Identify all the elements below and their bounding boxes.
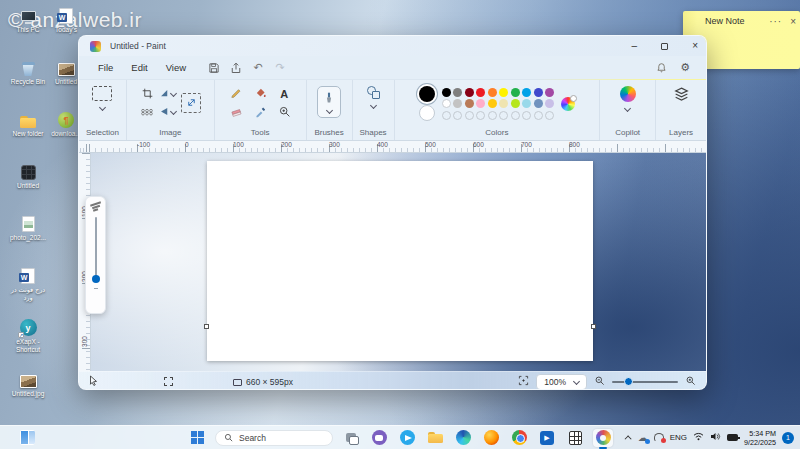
- start-button[interactable]: [187, 429, 207, 447]
- clock[interactable]: 5:34 PM 9/22/2025: [744, 429, 776, 447]
- chrome-browser-icon[interactable]: [509, 429, 529, 447]
- empty-color-swatch[interactable]: [534, 111, 543, 120]
- empty-color-swatch[interactable]: [442, 111, 451, 120]
- notification-badge[interactable]: 1: [782, 432, 794, 444]
- color2-swatch[interactable]: [419, 105, 435, 121]
- color-swatch[interactable]: [442, 99, 451, 108]
- selection-dropdown-icon[interactable]: [99, 104, 106, 111]
- desktop-icon[interactable]: Untitled: [6, 160, 50, 190]
- brushes-dropdown-icon[interactable]: [326, 106, 333, 113]
- color-swatch[interactable]: [442, 88, 451, 97]
- background-removal-icon[interactable]: [141, 108, 153, 116]
- desktop-icon[interactable]: photo_202...: [6, 212, 50, 242]
- brushes-button[interactable]: [317, 86, 341, 118]
- widgets-icon[interactable]: [20, 430, 35, 445]
- save-icon[interactable]: [203, 61, 225, 74]
- color-swatch[interactable]: [534, 88, 543, 97]
- edge-browser-icon[interactable]: [453, 429, 473, 447]
- copilot-dropdown-icon[interactable]: [624, 105, 631, 112]
- chat-app-icon[interactable]: [369, 429, 389, 447]
- color-swatch[interactable]: [488, 88, 497, 97]
- close-button[interactable]: ×: [692, 41, 698, 51]
- color-swatch[interactable]: [488, 99, 497, 108]
- undo-icon[interactable]: ↶: [247, 61, 269, 74]
- bell-icon[interactable]: [656, 59, 667, 77]
- fit-to-screen-icon[interactable]: [518, 375, 529, 388]
- layers-icon[interactable]: [673, 86, 690, 107]
- empty-color-swatch[interactable]: [499, 111, 508, 120]
- paint-taskbar-icon[interactable]: [593, 429, 613, 447]
- color-swatch[interactable]: [522, 88, 531, 97]
- canvas-resize-handle-left[interactable]: [204, 324, 209, 329]
- fill-bucket-icon[interactable]: [254, 85, 267, 103]
- text-tool-icon[interactable]: A: [280, 88, 288, 100]
- desktop-icon[interactable]: y↗eXapX - Shortcut: [6, 316, 50, 354]
- menu-file[interactable]: File: [89, 59, 122, 76]
- edit-colors-icon[interactable]: [561, 97, 575, 111]
- desktop-icon[interactable]: WToday's: [44, 4, 88, 34]
- task-view-button[interactable]: [341, 429, 361, 447]
- movies-tv-app-icon[interactable]: ▶: [537, 429, 557, 447]
- color-swatch[interactable]: [453, 88, 462, 97]
- color-swatch[interactable]: [465, 88, 474, 97]
- rectangle-select-icon[interactable]: [92, 86, 112, 101]
- firefox-browser-icon[interactable]: [481, 429, 501, 447]
- zoom-slider-thumb[interactable]: [624, 377, 633, 386]
- note-close-icon[interactable]: ×: [790, 16, 796, 27]
- title-bar[interactable]: Untitled - Paint – ×: [79, 36, 706, 56]
- empty-color-swatch[interactable]: [465, 111, 474, 120]
- zoom-slider[interactable]: [612, 381, 678, 383]
- empty-color-swatch[interactable]: [476, 111, 485, 120]
- flip-icon[interactable]: [159, 106, 176, 117]
- rotate-icon[interactable]: [159, 88, 176, 99]
- color-swatch[interactable]: [453, 99, 462, 108]
- empty-color-swatch[interactable]: [545, 111, 554, 120]
- maximize-button[interactable]: [661, 43, 668, 50]
- shapes-dropdown-icon[interactable]: [369, 102, 376, 109]
- pencil-icon[interactable]: [230, 85, 243, 103]
- telegram-app-icon[interactable]: [397, 429, 417, 447]
- drawing-canvas[interactable]: [207, 161, 593, 361]
- onedrive-cloud-icon[interactable]: ☁: [638, 433, 648, 443]
- menu-edit[interactable]: Edit: [122, 59, 156, 76]
- wifi-icon[interactable]: [693, 432, 704, 443]
- file-explorer-icon[interactable]: [425, 429, 445, 447]
- minimize-button[interactable]: –: [632, 41, 638, 51]
- crop-icon[interactable]: [142, 88, 153, 99]
- tray-expand-icon[interactable]: [624, 435, 631, 442]
- size-slider[interactable]: [95, 217, 97, 281]
- color1-swatch[interactable]: [419, 86, 435, 102]
- battery-icon[interactable]: [727, 434, 738, 441]
- canvas-resize-handle-right[interactable]: [591, 324, 596, 329]
- shapes-icon[interactable]: [367, 86, 380, 99]
- magnifier-tool-icon[interactable]: [278, 104, 291, 122]
- zoom-out-icon[interactable]: [594, 375, 605, 388]
- eraser-icon[interactable]: [230, 104, 243, 122]
- empty-color-swatch[interactable]: [453, 111, 462, 120]
- color-swatch[interactable]: [522, 99, 531, 108]
- empty-color-swatch[interactable]: [511, 111, 520, 120]
- copilot-icon[interactable]: [620, 86, 636, 102]
- color-swatch[interactable]: [476, 99, 485, 108]
- desktop-icon[interactable]: Wدرج فونت در ورد: [6, 264, 50, 302]
- recorder-tray-icon[interactable]: [654, 433, 664, 442]
- color-swatch[interactable]: [499, 99, 508, 108]
- empty-color-swatch[interactable]: [522, 111, 531, 120]
- color-swatch[interactable]: [511, 99, 520, 108]
- search-input[interactable]: Search: [215, 430, 333, 446]
- share-icon[interactable]: [225, 61, 247, 74]
- color-swatch[interactable]: [545, 88, 554, 97]
- resize-icon[interactable]: [181, 93, 201, 113]
- size-slider-thumb[interactable]: [92, 275, 100, 283]
- zoom-in-icon[interactable]: [685, 375, 696, 388]
- color-swatch[interactable]: [534, 99, 543, 108]
- language-indicator[interactable]: ENG: [670, 433, 687, 442]
- color-swatch[interactable]: [499, 88, 508, 97]
- color-swatch[interactable]: [545, 99, 554, 108]
- empty-color-swatch[interactable]: [488, 111, 497, 120]
- color-swatch[interactable]: [465, 99, 474, 108]
- color-swatch[interactable]: [511, 88, 520, 97]
- color-picker-icon[interactable]: [254, 104, 267, 122]
- character-grid-app-icon[interactable]: [565, 429, 585, 447]
- settings-gear-icon[interactable]: ⚙: [680, 61, 690, 74]
